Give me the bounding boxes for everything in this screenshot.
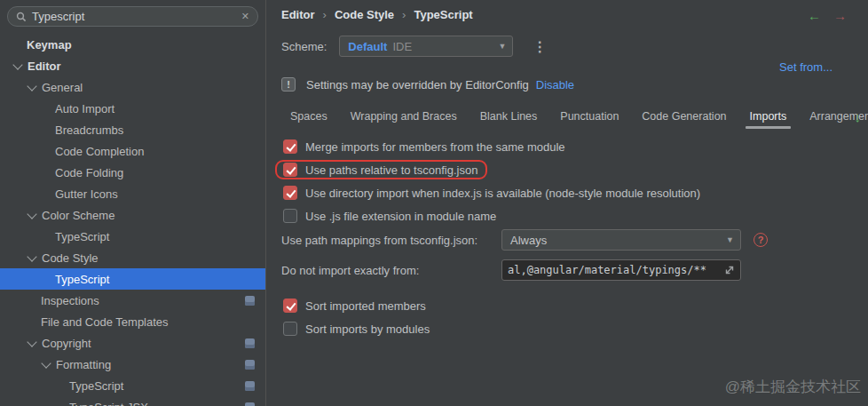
option-row: Use directory import when index.js is av… (281, 181, 702, 204)
tabs-overflow-icon[interactable]: ↓ (855, 109, 862, 124)
tree-item-label: Inspections (41, 294, 99, 307)
settings-search-input[interactable]: Typescript ✕ (7, 6, 258, 27)
tree-item-code-style[interactable]: Code Style (0, 247, 265, 268)
tree-item-keymap[interactable]: Keymap (0, 34, 265, 55)
tree-item-file-and-code-templates[interactable]: File and Code Templates (0, 311, 265, 332)
do-not-import-row: Do not import exactly from: al,@angular/… (281, 259, 741, 281)
scheme-value: Default (348, 40, 387, 53)
checkbox-icon[interactable] (283, 139, 297, 154)
breadcrumb-separator: › (323, 8, 327, 21)
checkbox-icon[interactable] (283, 186, 297, 200)
option-use-paths-relative-to-tsconfig-json[interactable]: Use paths relative to tsconfig.json (281, 162, 479, 178)
settings-sidebar: Typescript ✕ KeymapEditorGeneralAuto Imp… (0, 0, 266, 406)
back-arrow-icon[interactable]: ← (808, 8, 821, 23)
editorconfig-banner: ! Settings may be overridden by EditorCo… (281, 77, 574, 92)
tree-item-label: Copyright (42, 337, 91, 350)
tree-item-gutter-icons[interactable]: Gutter Icons (0, 183, 265, 204)
checkbox-icon[interactable] (283, 322, 297, 336)
tree-item-code-completion[interactable]: Code Completion (0, 140, 265, 162)
tree-item-formatting[interactable]: Formatting (0, 354, 265, 375)
option-label: Sort imported members (305, 299, 426, 313)
tree-item-label: TypeScript (55, 230, 109, 243)
do-not-import-value: al,@angular/material/typings/** (508, 264, 724, 276)
settings-content: Editor›Code Style›TypeScript ← → Scheme:… (267, 0, 868, 406)
tree-item-code-folding[interactable]: Code Folding (0, 162, 265, 183)
checkbox-icon[interactable] (283, 299, 297, 313)
option-row: Use paths relative to tsconfig.json (281, 158, 702, 181)
tree-item-general[interactable]: General (0, 76, 265, 98)
editorconfig-message: Settings may be overridden by EditorConf… (306, 78, 529, 92)
option-merge-imports-for-members-from-the-same-module[interactable]: Merge imports for members from the same … (281, 139, 567, 155)
option-label: Merge imports for members from the same … (305, 140, 565, 154)
tree-item-typescript[interactable]: TypeScript (0, 226, 265, 247)
breadcrumb-item[interactable]: Code Style (335, 8, 394, 21)
option-sort-imports-by-modules[interactable]: Sort imports by modules (281, 321, 431, 337)
tree-item-inspections[interactable]: Inspections (0, 290, 265, 311)
path-mappings-label: Use path mappings from tsconfig.json: (281, 234, 501, 247)
chevron-down-icon: ▼ (498, 42, 506, 51)
tree-item-label: Editor (28, 60, 61, 73)
option-sort-imported-members[interactable]: Sort imported members (281, 298, 428, 314)
path-mappings-select[interactable]: Always ▼ (501, 229, 741, 251)
option-row: Sort imports by modules (281, 317, 431, 340)
tree-item-color-scheme[interactable]: Color Scheme (0, 204, 265, 226)
option-use-directory-import-when-index-js-is-available-node-style-module-resolution[interactable]: Use directory import when index.js is av… (281, 185, 702, 201)
tree-item-typescript-jsx[interactable]: TypeScript JSX (0, 396, 265, 406)
do-not-import-label: Do not import exactly from: (281, 264, 501, 277)
tree-item-label: File and Code Templates (41, 315, 169, 329)
tab-wrapping-and-braces[interactable]: Wrapping and Braces (342, 110, 466, 129)
option-row: Use .js file extension in module name (281, 204, 702, 227)
tree-item-typescript[interactable]: TypeScript (0, 268, 265, 290)
tree-item-label: Breadcrumbs (55, 123, 123, 137)
forward-arrow-icon[interactable]: → (833, 8, 847, 23)
chevron-down-icon[interactable] (41, 358, 51, 368)
history-nav: ← → (808, 8, 847, 23)
option-label: Sort imports by modules (305, 322, 430, 336)
help-icon[interactable]: ? (754, 233, 768, 247)
tree-item-editor[interactable]: Editor (0, 55, 265, 76)
tab-blank-lines[interactable]: Blank Lines (471, 110, 547, 129)
do-not-import-field[interactable]: al,@angular/material/typings/** (501, 259, 741, 281)
tree-item-label: TypeScript (69, 379, 123, 393)
breadcrumb-separator: › (402, 8, 406, 21)
expand-field-icon[interactable] (724, 265, 735, 275)
scheme-actions-icon[interactable]: ⋮ (533, 38, 547, 55)
chevron-down-icon[interactable] (27, 251, 36, 261)
option-row: Sort imported members (281, 294, 431, 317)
code-style-tabs: SpacesWrapping and BracesBlank LinesPunc… (281, 106, 838, 129)
tree-item-label: Gutter Icons (55, 187, 118, 201)
path-mappings-value: Always (510, 234, 547, 247)
chevron-down-icon[interactable] (12, 60, 22, 69)
scheme-select[interactable]: Default IDE ▼ (339, 36, 513, 57)
option-use-js-file-extension-in-module-name[interactable]: Use .js file extension in module name (281, 208, 498, 224)
chevron-down-icon[interactable] (27, 81, 36, 91)
tab-spaces[interactable]: Spaces (281, 110, 336, 129)
clear-search-icon[interactable]: ✕ (241, 11, 249, 22)
tree-item-label: Code Style (42, 251, 99, 265)
breadcrumb-item[interactable]: TypeScript (414, 8, 472, 21)
tab-imports[interactable]: Imports (741, 110, 796, 129)
tree-item-label: Code Completion (55, 145, 144, 158)
tree-item-typescript[interactable]: TypeScript (0, 375, 265, 396)
disable-link[interactable]: Disable (536, 78, 574, 92)
option-label: Use directory import when index.js is av… (305, 187, 700, 200)
tree-item-label: General (42, 81, 83, 94)
set-from-link[interactable]: Set from... (779, 60, 832, 74)
import-options: Merge imports for members from the same … (281, 135, 702, 227)
chevron-down-icon[interactable] (27, 337, 36, 346)
tab-code-generation[interactable]: Code Generation (633, 110, 735, 129)
scheme-row: Scheme: Default IDE ▼ ⋮ (281, 36, 547, 57)
chevron-down-icon[interactable] (27, 209, 36, 219)
tree-item-copyright[interactable]: Copyright (0, 332, 265, 354)
checkbox-icon[interactable] (283, 163, 297, 177)
tree-item-auto-import[interactable]: Auto Import (0, 98, 265, 119)
settings-badge-icon (245, 381, 255, 391)
tab-punctuation[interactable]: Punctuation (551, 110, 627, 129)
watermark: @稀土掘金技术社区 (725, 377, 861, 397)
tree-item-breadcrumbs[interactable]: Breadcrumbs (0, 119, 265, 140)
chevron-down-icon: ▼ (726, 235, 734, 244)
tree-item-label: Code Folding (55, 166, 123, 179)
breadcrumb-item[interactable]: Editor (281, 8, 315, 21)
checkbox-icon[interactable] (283, 209, 297, 223)
breadcrumb: Editor›Code Style›TypeScript (281, 8, 473, 21)
